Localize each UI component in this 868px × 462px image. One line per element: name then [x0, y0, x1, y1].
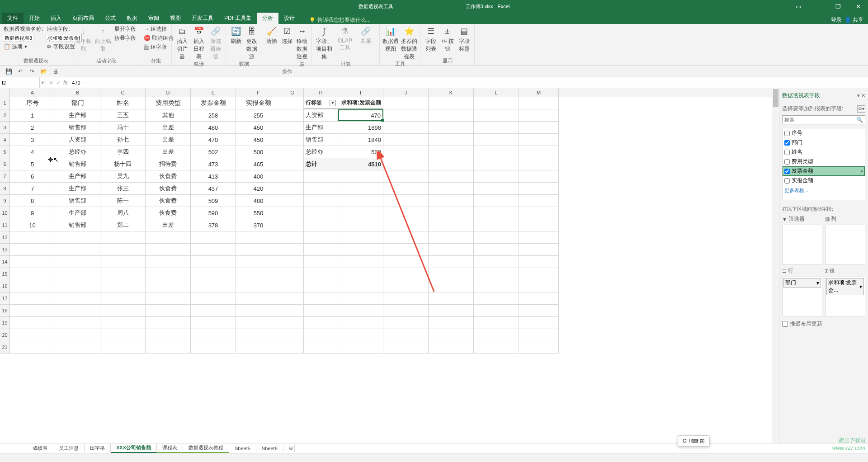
field-item-部门[interactable]: 部门 — [783, 138, 865, 147]
cell[interactable] — [55, 305, 100, 316]
field-item-序号[interactable]: 序号 — [783, 128, 865, 138]
rows-dropzone[interactable]: 部门▾ — [782, 277, 822, 316]
refresh-button[interactable]: 🔄刷新 — [229, 25, 243, 45]
cell[interactable] — [474, 170, 519, 182]
cell[interactable] — [474, 207, 519, 219]
cell[interactable]: 郑二 — [100, 219, 146, 231]
cell[interactable]: 生产部 — [55, 170, 100, 182]
cell[interactable] — [10, 317, 55, 329]
cell[interactable] — [429, 109, 474, 121]
cell[interactable] — [55, 280, 100, 292]
cell[interactable]: 销售部 — [55, 122, 100, 133]
cell[interactable] — [100, 341, 146, 353]
menu-插入[interactable]: 插入 — [45, 13, 67, 24]
cell[interactable] — [519, 268, 559, 280]
row-header[interactable]: 3 — [0, 122, 9, 134]
cell[interactable]: 销售部 — [304, 134, 338, 146]
row-header[interactable]: 8 — [0, 183, 9, 195]
cell[interactable] — [383, 341, 429, 353]
cell[interactable] — [100, 329, 146, 341]
cell[interactable]: 生产部 — [304, 122, 338, 133]
column-header[interactable]: B — [55, 88, 100, 97]
redo-icon[interactable]: ↷ — [27, 66, 37, 76]
share-button[interactable]: 👤 共享 — [844, 16, 863, 24]
column-header[interactable]: L — [474, 88, 519, 97]
cell[interactable] — [429, 195, 474, 207]
cell[interactable] — [100, 280, 146, 292]
cell[interactable] — [304, 305, 338, 316]
cell[interactable]: 吴九 — [100, 170, 146, 182]
cell[interactable] — [281, 292, 304, 304]
cell[interactable] — [338, 244, 383, 255]
cell[interactable] — [519, 329, 559, 341]
cell[interactable] — [10, 280, 55, 292]
menu-PDF工具集[interactable]: PDF工具集 — [219, 13, 257, 24]
cell[interactable] — [191, 341, 236, 353]
row-header[interactable]: 12 — [0, 231, 9, 244]
cell[interactable] — [519, 341, 559, 353]
cell[interactable] — [383, 146, 429, 158]
cell[interactable] — [383, 256, 429, 268]
cell[interactable]: 销售部 — [55, 195, 100, 207]
cell[interactable] — [281, 219, 304, 231]
cell[interactable] — [281, 158, 304, 170]
cell[interactable] — [383, 109, 429, 121]
more-tables-link[interactable]: 更多表格... — [783, 185, 865, 196]
defer-layout-checkbox[interactable] — [782, 321, 788, 327]
cell[interactable] — [10, 268, 55, 280]
cell[interactable] — [383, 183, 429, 194]
cell[interactable] — [519, 146, 559, 158]
cell[interactable] — [519, 97, 559, 109]
clear-button[interactable]: 🧹清除 — [265, 25, 278, 45]
cell[interactable] — [100, 231, 146, 243]
row-header[interactable]: 2 — [0, 109, 9, 122]
cell[interactable]: 400 — [236, 170, 281, 182]
cell[interactable] — [429, 256, 474, 268]
cell[interactable]: 370 — [236, 219, 281, 231]
cell[interactable]: 人资部 — [55, 134, 100, 146]
cell[interactable]: 3 — [10, 134, 55, 146]
cell[interactable] — [281, 256, 304, 268]
sheet-tab[interactable]: Sheet5 — [229, 445, 256, 452]
pane-layout-gear-icon[interactable]: ⚙▾ — [857, 105, 865, 113]
cell[interactable] — [100, 317, 146, 329]
sheet-tab[interactable]: 成绩表 — [27, 444, 53, 453]
cell[interactable] — [429, 305, 474, 316]
cell[interactable]: 行标签▾ — [304, 97, 338, 109]
cell[interactable] — [338, 341, 383, 353]
cell[interactable] — [281, 280, 304, 292]
field-checkbox[interactable] — [784, 178, 790, 184]
sheet-tab[interactable]: Sheet6 — [256, 445, 283, 452]
cell[interactable] — [338, 256, 383, 268]
cell[interactable] — [146, 256, 191, 268]
cell[interactable] — [10, 305, 55, 316]
confirm-icon[interactable]: ✓ — [56, 80, 61, 86]
cell[interactable]: 8 — [10, 195, 55, 207]
cell[interactable] — [474, 268, 519, 280]
formula-input[interactable]: 470 — [70, 80, 80, 85]
cell[interactable] — [236, 231, 281, 243]
column-header[interactable]: H — [304, 88, 338, 97]
cell[interactable] — [383, 329, 429, 341]
ime-indicator[interactable]: CH ⌨ 简 — [678, 435, 710, 447]
cell[interactable]: 杨十四 — [100, 158, 146, 170]
sheet-tab[interactable]: XXX公司销售额 — [111, 443, 157, 453]
cell[interactable]: 人资部 — [304, 109, 338, 121]
cell[interactable]: 王五 — [100, 109, 146, 121]
cell[interactable]: 500 — [236, 146, 281, 158]
cell[interactable] — [281, 207, 304, 219]
cell[interactable] — [474, 292, 519, 304]
column-header[interactable]: J — [383, 88, 429, 97]
cell[interactable] — [236, 317, 281, 329]
undo-icon[interactable]: ↶ — [15, 66, 25, 76]
cell[interactable]: 费用类型 — [146, 97, 191, 109]
cell[interactable]: 其他 — [146, 109, 191, 121]
cell[interactable]: 255 — [236, 109, 281, 121]
cell[interactable] — [383, 97, 429, 109]
cell[interactable]: 502 — [191, 146, 236, 158]
cell[interactable]: 伙食费 — [146, 195, 191, 207]
cell[interactable] — [191, 268, 236, 280]
cell[interactable] — [519, 305, 559, 316]
options-dropdown[interactable]: 📋 选项 ▾ — [3, 42, 44, 51]
cell[interactable] — [474, 158, 519, 170]
